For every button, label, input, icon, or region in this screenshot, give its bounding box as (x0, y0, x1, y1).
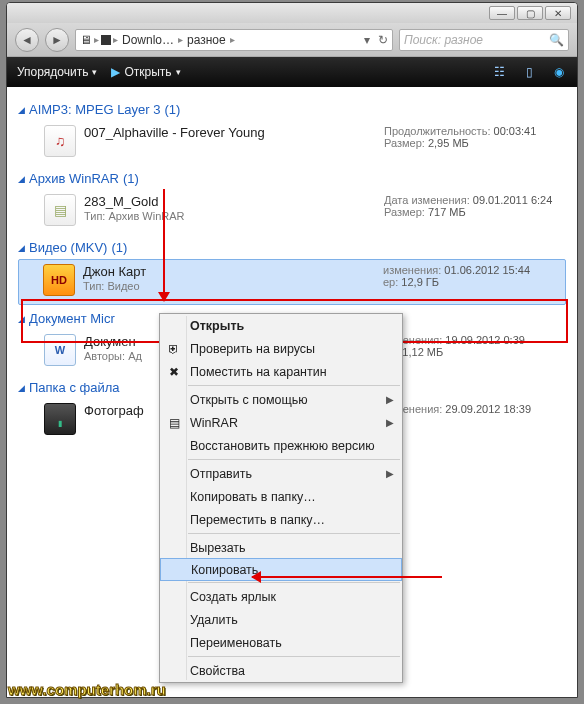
mp3-icon (44, 125, 76, 157)
collapse-icon: ◢ (18, 105, 25, 115)
hd-video-icon: HD (43, 264, 75, 296)
menu-virus-scan[interactable]: ⛨Проверить на вирусы (160, 337, 402, 360)
annotation-arrow (163, 189, 165, 301)
file-name: Джон Карт (83, 264, 146, 279)
folder-icon (44, 403, 76, 435)
chevron-right-icon: ▸ (178, 34, 183, 45)
annotation-arrow (252, 576, 442, 578)
breadcrumb[interactable]: 🖥 ▸ ▸ Downlo… ▸ разное ▸ ▾ ↻ (75, 29, 393, 51)
submenu-arrow-icon: ▶ (386, 394, 394, 405)
help-icon[interactable]: ◉ (551, 64, 567, 80)
open-button[interactable]: ▶ Открыть (111, 65, 180, 79)
maximize-button[interactable]: ▢ (517, 6, 543, 20)
search-icon: 🔍 (549, 33, 564, 47)
file-item[interactable]: 283_M_Gold Тип: Архив WinRAR Дата измене… (18, 190, 566, 234)
submenu-arrow-icon: ▶ (386, 468, 394, 479)
minimize-button[interactable]: ― (489, 6, 515, 20)
file-item[interactable]: 007_Alphaville - Forever Young Продолжит… (18, 121, 566, 165)
file-meta: Дата изменения: 09.01.2011 6:24 Размер: … (384, 194, 564, 218)
file-name: 283_M_Gold (84, 194, 185, 209)
menu-delete[interactable]: Удалить (160, 608, 402, 631)
organize-button[interactable]: Упорядочить (17, 65, 97, 79)
search-input[interactable]: Поиск: разное 🔍 (399, 29, 569, 51)
breadcrumb-segment[interactable]: Downlo… (120, 33, 176, 47)
menu-copy-to[interactable]: Копировать в папку… (160, 485, 402, 508)
collapse-icon: ◢ (18, 383, 25, 393)
menu-create-shortcut[interactable]: Создать ярлык (160, 585, 402, 608)
collapse-icon: ◢ (18, 174, 25, 184)
menu-open[interactable]: Открыть (160, 314, 402, 337)
view-icon[interactable]: ☷ (491, 64, 507, 80)
menu-open-with[interactable]: Открыть с помощью▶ (160, 388, 402, 411)
menu-quarantine[interactable]: ✖Поместить на карантин (160, 360, 402, 383)
computer-icon: 🖥 (80, 33, 92, 47)
shield-icon: ⛨ (166, 341, 182, 357)
menu-cut[interactable]: Вырезать (160, 536, 402, 559)
titlebar: ― ▢ ✕ (7, 3, 577, 23)
menu-winrar[interactable]: ▤WinRAR▶ (160, 411, 402, 434)
chevron-right-icon: ▸ (113, 34, 118, 45)
file-meta: изменения: 19.09.2012 0:39 ер: 1,12 МБ (384, 334, 564, 358)
group-header[interactable]: ◢ AIMP3: MPEG Layer 3 (1) (18, 102, 566, 117)
collapse-icon: ◢ (18, 314, 25, 324)
drive-icon (101, 35, 111, 45)
context-menu: Открыть ⛨Проверить на вирусы ✖Поместить … (159, 313, 403, 683)
breadcrumb-segment[interactable]: разное (185, 33, 228, 47)
file-meta: изменения: 29.09.2012 18:39 (384, 403, 564, 415)
toolbar: Упорядочить ▶ Открыть ☷ ▯ ◉ (7, 57, 577, 87)
watermark: www.computerhom.ru (8, 681, 166, 698)
winrar-icon: ▤ (166, 415, 182, 431)
preview-icon[interactable]: ▯ (521, 64, 537, 80)
doc-icon: W (44, 334, 76, 366)
file-name: 007_Alphaville - Forever Young (84, 125, 265, 140)
close-button[interactable]: ✕ (545, 6, 571, 20)
menu-send-to[interactable]: Отправить▶ (160, 462, 402, 485)
menu-restore-version[interactable]: Восстановить прежнюю версию (160, 434, 402, 457)
file-meta: изменения: 01.06.2012 15:44 ер: 12,9 ГБ (383, 264, 563, 288)
menu-move-to[interactable]: Переместить в папку… (160, 508, 402, 531)
file-item-selected[interactable]: HD Джон Карт Тип: Видео изменения: 01.06… (18, 259, 566, 305)
menu-rename[interactable]: Переименовать (160, 631, 402, 654)
navbar: ◄ ► 🖥 ▸ ▸ Downlo… ▸ разное ▸ ▾ ↻ Поиск: … (7, 23, 577, 57)
refresh-icon[interactable]: ↻ (378, 33, 388, 47)
chevron-right-icon: ▸ (94, 34, 99, 45)
collapse-icon: ◢ (18, 243, 25, 253)
lock-icon: ✖ (166, 364, 182, 380)
menu-properties[interactable]: Свойства (160, 659, 402, 682)
back-button[interactable]: ◄ (15, 28, 39, 52)
group-header[interactable]: ◢ Архив WinRAR (1) (18, 171, 566, 186)
file-name: Фотограф (84, 403, 144, 418)
explorer-window: ― ▢ ✕ ◄ ► 🖥 ▸ ▸ Downlo… ▸ разное ▸ ▾ ↻ П… (6, 2, 578, 698)
group-header[interactable]: ◢ Видео (MKV) (1) (18, 240, 566, 255)
play-icon: ▶ (111, 65, 120, 79)
file-meta: Продолжительность: 00:03:41 Размер: 2,95… (384, 125, 564, 149)
dropdown-icon[interactable]: ▾ (364, 33, 370, 47)
file-name: Докумен (84, 334, 142, 349)
submenu-arrow-icon: ▶ (386, 417, 394, 428)
rar-icon (44, 194, 76, 226)
forward-button[interactable]: ► (45, 28, 69, 52)
chevron-right-icon: ▸ (230, 34, 235, 45)
search-placeholder: Поиск: разное (404, 33, 483, 47)
